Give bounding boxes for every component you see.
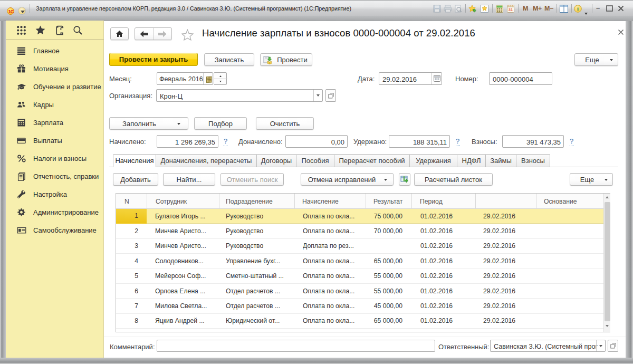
svg-text:31: 31: [509, 7, 513, 12]
svg-text:i: i: [577, 5, 579, 12]
